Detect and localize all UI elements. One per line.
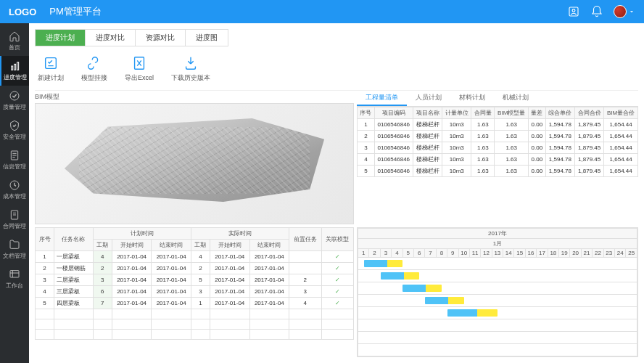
svg-point-5 <box>10 91 19 100</box>
subtab-0[interactable]: 工程量清单 <box>357 91 407 106</box>
tab-0[interactable]: 进度计划 <box>36 30 86 46</box>
task-table: 序号任务名称计划时间实际时间前置任务关联模型工期开始时间结束时间工期开始时间结束… <box>35 227 354 340</box>
app-title: PM管理平台 <box>49 5 102 18</box>
toolbar-btn-3[interactable]: 下载历史版本 <box>171 55 210 83</box>
user-icon[interactable] <box>567 5 580 18</box>
qty-row[interactable]: 20106546846楼梯栏杆10m31.631.630.001,594.781… <box>358 131 638 142</box>
svg-rect-10 <box>46 58 57 69</box>
avatar[interactable] <box>614 5 627 18</box>
main-tabs: 进度计划进度对比资源对比进度图 <box>35 29 228 46</box>
svg-rect-2 <box>12 66 13 70</box>
sidebar-item-8[interactable]: 工作台 <box>0 264 29 294</box>
task-row[interactable]: 1一层梁板42017-01-042017-01-0442017-01-04201… <box>36 251 354 263</box>
qty-row[interactable]: 50106546846楼梯栏杆10m31.631.630.001,594.781… <box>358 166 638 177</box>
logo: LOGO <box>9 7 36 17</box>
subtab-3[interactable]: 机械计划 <box>494 91 537 106</box>
sidebar-item-6[interactable]: 合同管理 <box>0 205 29 234</box>
bim-3d-viewer[interactable] <box>35 103 354 224</box>
gantt-chart[interactable]: 2017年1月123456789101112131415161718192021… <box>357 227 638 357</box>
sidebar-item-4[interactable]: 信息管理 <box>0 145 29 175</box>
svg-point-1 <box>572 9 575 12</box>
toolbar-btn-1[interactable]: 模型挂接 <box>81 55 107 83</box>
subtab-2[interactable]: 材料计划 <box>450 91 494 106</box>
quantity-table: 序号项目编码项目名称计量单位合同量BIM模型量量差综合单价合同合价BIM量合价1… <box>357 107 638 177</box>
task-row[interactable]: 4三层梁板62017-01-042017-01-0432017-01-04201… <box>36 286 354 298</box>
quantity-subtabs: 工程量清单人员计划材料计划机械计划 <box>357 91 638 107</box>
qty-row[interactable]: 10106546846楼梯栏杆10m31.631.630.001,594.781… <box>358 119 638 131</box>
tab-1[interactable]: 进度对比 <box>86 30 136 46</box>
tab-3[interactable]: 进度图 <box>186 30 228 46</box>
sidebar: 首页进度管理质量管理安全管理信息管理成本管理合同管理文档管理工作台 <box>0 23 29 363</box>
svg-rect-3 <box>15 64 16 70</box>
task-row[interactable]: 2一楼层钢筋22017-01-042017-01-0422017-01-0420… <box>36 263 354 274</box>
toolbar-btn-2[interactable]: 导出Excel <box>125 55 154 83</box>
sidebar-item-2[interactable]: 质量管理 <box>0 86 29 115</box>
toolbar: 新建计划模型挂接导出Excel下载历史版本 <box>35 51 638 91</box>
sidebar-item-3[interactable]: 安全管理 <box>0 115 29 145</box>
bim-label: BIM模型 <box>35 91 354 103</box>
subtab-1[interactable]: 人员计划 <box>407 91 450 106</box>
qty-row[interactable]: 40106546846楼梯栏杆10m31.631.630.001,594.781… <box>358 154 638 166</box>
bell-icon[interactable] <box>590 5 603 18</box>
sidebar-item-0[interactable]: 首页 <box>0 26 29 56</box>
qty-row[interactable]: 30106546846楼梯栏杆10m31.631.630.001,594.781… <box>358 142 638 154</box>
svg-rect-4 <box>17 62 19 70</box>
task-row[interactable]: 3二层梁板32017-01-042017-01-0452017-01-04201… <box>36 274 354 286</box>
chevron-down-icon[interactable] <box>628 5 635 18</box>
sidebar-item-1[interactable]: 进度管理 <box>0 56 29 86</box>
task-row[interactable]: 5四层梁板72017-01-042017-01-0412017-01-04201… <box>36 298 354 309</box>
sidebar-item-7[interactable]: 文档管理 <box>0 234 29 264</box>
toolbar-btn-0[interactable]: 新建计划 <box>38 55 64 83</box>
tab-2[interactable]: 资源对比 <box>136 30 186 46</box>
topbar: LOGO PM管理平台 <box>0 0 644 23</box>
svg-rect-9 <box>10 271 19 277</box>
sidebar-item-5[interactable]: 成本管理 <box>0 175 29 205</box>
